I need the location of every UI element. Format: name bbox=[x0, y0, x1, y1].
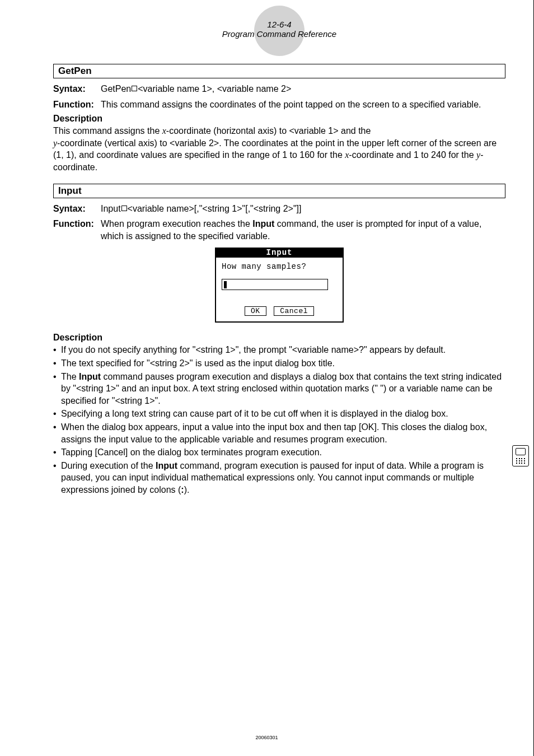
dialog-input-field bbox=[222, 279, 328, 290]
function-label: Function: bbox=[53, 99, 101, 111]
dialog-title-bar: Input bbox=[216, 248, 343, 258]
getpen-function-row: Function: This command assigns the coord… bbox=[53, 99, 505, 111]
bullet-item: If you do not specify anything for "<str… bbox=[53, 344, 505, 356]
dialog-ok-button: OK bbox=[245, 306, 266, 316]
function-label: Function: bbox=[53, 218, 101, 242]
bullet-item: When the dialog box appears, input a val… bbox=[53, 421, 505, 445]
page-header: 12-6-4 Program Command Reference bbox=[53, 11, 505, 39]
input-title: Input bbox=[58, 185, 82, 196]
getpen-heading-box: GetPen bbox=[53, 64, 505, 78]
page-section-title: Program Command Reference bbox=[53, 29, 505, 39]
footer-date: 20060301 bbox=[255, 735, 278, 740]
getpen-syntax-row: Syntax: GetPen<variable name 1>, <variab… bbox=[53, 83, 505, 95]
calculator-icon bbox=[512, 445, 529, 466]
dialog-cancel-button: Cancel bbox=[274, 306, 314, 316]
getpen-function-text: This command assigns the coordinates of … bbox=[101, 99, 505, 111]
getpen-syntax-text: GetPen<variable name 1>, <variable name … bbox=[101, 83, 505, 95]
input-desc-heading: Description bbox=[53, 333, 505, 343]
bullet-item: Tapping [Cancel] on the dialog box termi… bbox=[53, 446, 505, 459]
bullet-item: The Input command pauses program executi… bbox=[53, 371, 505, 407]
input-syntax-text: Input<variable name>[,"<string 1>"[,"<st… bbox=[101, 203, 505, 215]
syntax-label: Syntax: bbox=[53, 203, 101, 215]
bullet-item: During execution of the Input command, p… bbox=[53, 460, 505, 496]
bullet-item: The text specified for "<string 2>" is u… bbox=[53, 357, 505, 370]
input-function-row: Function: When program execution reaches… bbox=[53, 218, 505, 242]
syntax-label: Syntax: bbox=[53, 83, 101, 95]
getpen-title: GetPen bbox=[58, 66, 92, 76]
input-function-text: When program execution reaches the Input… bbox=[101, 218, 505, 242]
input-dialog-screenshot: Input How many samples? OK Cancel bbox=[215, 248, 344, 323]
page-number-ref: 12-6-4 bbox=[53, 11, 505, 29]
input-syntax-row: Syntax: Input<variable name>[,"<string 1… bbox=[53, 203, 505, 215]
bullet-item: Specifying a long text string can cause … bbox=[53, 408, 505, 420]
getpen-desc-text: This command assigns the x-coordinate (h… bbox=[53, 125, 505, 173]
input-desc-bullets: If you do not specify anything for "<str… bbox=[53, 344, 505, 496]
input-heading-box: Input bbox=[53, 184, 505, 198]
dialog-prompt-text: How many samples? bbox=[222, 262, 337, 271]
getpen-desc-heading: Description bbox=[53, 114, 505, 124]
